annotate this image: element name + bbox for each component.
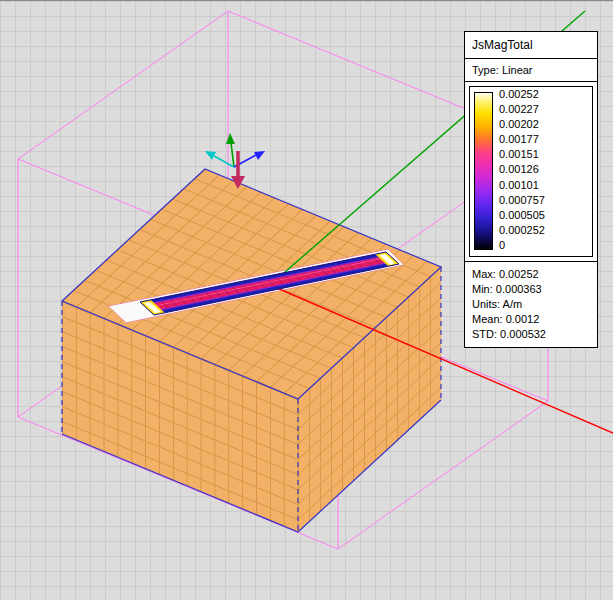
triad-z-shaft <box>231 143 234 167</box>
triad-x-shaft <box>214 156 234 167</box>
colorbar-label: 0.000757 <box>499 195 545 206</box>
colorbar-label: 0.00151 <box>499 149 545 160</box>
legend-colorbar-box: 0.00252 0.00227 0.00202 0.00177 0.00151 … <box>469 86 593 257</box>
colorbar[interactable] <box>474 92 493 250</box>
substrate-block[interactable] <box>62 169 441 532</box>
stat-std: STD: 0.000532 <box>472 327 590 342</box>
stat-mean: Mean: 0.0012 <box>472 312 590 327</box>
legend-colorbar-section: 0.00252 0.00227 0.00202 0.00177 0.00151 … <box>465 82 597 262</box>
stat-min: Min: 0.000363 <box>472 282 590 297</box>
legend-stats: Max: 0.00252 Min: 0.000363 Units: A/m Me… <box>465 262 597 347</box>
colorbar-label: 0.000252 <box>499 225 545 236</box>
colorbar-labels: 0.00252 0.00227 0.00202 0.00177 0.00151 … <box>499 89 545 251</box>
triad-z-arrow-icon <box>226 133 235 144</box>
stat-units: Units: A/m <box>472 297 590 312</box>
colorbar-label: 0.00202 <box>499 119 545 130</box>
colorbar-label: 0.00177 <box>499 134 545 145</box>
colorbar-label: 0.00227 <box>499 104 545 115</box>
colorbar-label: 0.00101 <box>499 180 545 191</box>
colorbar-label: 0.00252 <box>499 89 545 100</box>
colorbar-label: 0.000505 <box>499 210 545 221</box>
colorbar-label: 0.00126 <box>499 164 545 175</box>
3d-viewport[interactable]: JsMagTotal Type: Linear 0.00252 0.00227 … <box>0 0 613 600</box>
legend-title: JsMagTotal <box>465 32 597 59</box>
colorbar-label: 0 <box>499 240 545 251</box>
stat-max: Max: 0.00252 <box>472 267 590 282</box>
legend-panel[interactable]: JsMagTotal Type: Linear 0.00252 0.00227 … <box>464 31 598 348</box>
legend-scale-type: Type: Linear <box>465 59 597 82</box>
